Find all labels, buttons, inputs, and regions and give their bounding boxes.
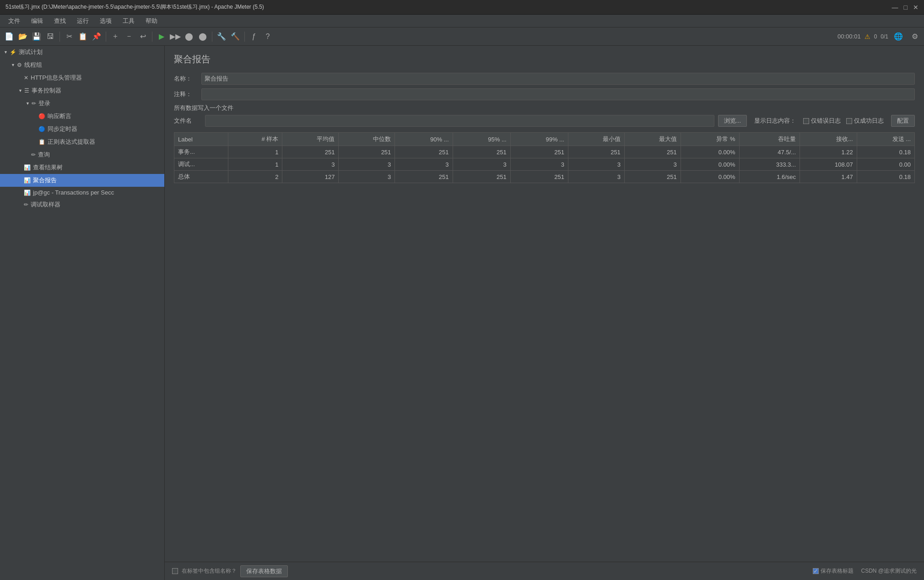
col-header-3: 中位数 bbox=[339, 133, 395, 146]
browse-button[interactable]: 浏览... bbox=[718, 115, 747, 127]
sidebar-item-query[interactable]: ✏查询 bbox=[0, 148, 164, 161]
window-controls: — □ ✕ bbox=[892, 4, 919, 11]
help-button[interactable]: ? bbox=[261, 30, 274, 43]
cell-1-5: 3 bbox=[453, 158, 510, 171]
test-plan-icon: ⚡ bbox=[10, 49, 16, 55]
remove-button[interactable]: － bbox=[123, 30, 135, 43]
window-title: 51ste练习.jmx (D:\JMeter\apache-jmeter-5.5… bbox=[5, 3, 264, 11]
query-label: 查询 bbox=[38, 151, 50, 159]
cell-0-2: 251 bbox=[282, 146, 339, 158]
sidebar-resize-handle[interactable] bbox=[162, 46, 164, 580]
undo-button[interactable]: ↩ bbox=[136, 30, 149, 43]
clear-all-button[interactable]: 🔨 bbox=[229, 30, 242, 43]
comment-row: 注释： bbox=[174, 88, 915, 100]
file-label: 文件名 bbox=[174, 117, 201, 125]
col-header-6: 99% ... bbox=[510, 133, 568, 146]
jp-gc-label: jp@gc - Transactions per Secc bbox=[33, 189, 114, 196]
cut-button[interactable]: ✂ bbox=[63, 30, 76, 43]
cell-1-8: 3 bbox=[624, 158, 681, 171]
clear-button[interactable]: 🔧 bbox=[215, 30, 228, 43]
col-header-7: 最小值 bbox=[568, 133, 624, 146]
run-count: 0/1 bbox=[881, 33, 888, 40]
cell-2-5: 251 bbox=[453, 171, 510, 183]
log-options: 仅错误日志 仅成功日志 bbox=[803, 117, 884, 125]
cell-0-4: 251 bbox=[395, 146, 453, 158]
menu-item-选项[interactable]: 选项 bbox=[95, 16, 116, 26]
view-results-icon: 📊 bbox=[24, 164, 31, 171]
sidebar-item-jp-gc[interactable]: 📊jp@gc - Transactions per Secc bbox=[0, 187, 164, 198]
save-header-checkbox[interactable]: ✓ bbox=[813, 568, 819, 574]
success-log-label: 仅成功日志 bbox=[854, 117, 884, 125]
sidebar-item-debug-sampler[interactable]: ✏调试取样器 bbox=[0, 198, 164, 211]
sidebar: ▼⚡测试计划▼⚙线程组✕HTTP信息头管理器▼☰事务控制器▼✏登录🔴响应断言🔵同… bbox=[0, 46, 165, 580]
sidebar-item-aggregate-report[interactable]: 📊聚合报告 bbox=[0, 174, 164, 187]
maximize-button[interactable]: □ bbox=[904, 4, 908, 11]
cell-0-8: 251 bbox=[624, 146, 681, 158]
success-log-checkbox[interactable] bbox=[846, 118, 852, 124]
new-button[interactable]: 📄 bbox=[3, 30, 16, 43]
menu-item-工具[interactable]: 工具 bbox=[118, 16, 139, 26]
success-log-option: 仅成功日志 bbox=[846, 117, 884, 125]
sidebar-item-regex-extractor[interactable]: 📋正则表达式提取器 bbox=[0, 136, 164, 148]
table-row: 调试...133333330.00%333.3...108.070.00 bbox=[174, 158, 915, 171]
transaction-ctrl-label: 事务控制器 bbox=[32, 87, 61, 95]
cell-0-3: 251 bbox=[339, 146, 395, 158]
cell-1-7: 3 bbox=[568, 158, 624, 171]
sidebar-item-login[interactable]: ▼✏登录 bbox=[0, 97, 164, 110]
sidebar-item-test-plan[interactable]: ▼⚡测试计划 bbox=[0, 46, 164, 59]
save-as-button[interactable]: 🖫 bbox=[44, 30, 57, 43]
copy-button[interactable]: 📋 bbox=[76, 30, 89, 43]
config-button[interactable]: 配置 bbox=[891, 115, 915, 127]
sidebar-item-assert-resp[interactable]: 🔴响应断言 bbox=[0, 110, 164, 123]
sync-timer-label: 同步定时器 bbox=[48, 125, 77, 133]
aggregate-table: Label# 样本平均值中位数90% ...95% ...99% ...最小值最… bbox=[174, 132, 915, 183]
cell-2-6: 251 bbox=[510, 171, 568, 183]
cell-0-0: 事务... bbox=[174, 146, 228, 158]
bottom-bar: 在标签中包含组名称？ 保存表格数据 ✓ 保存表格标题 CSDN @追求测试的光 bbox=[165, 562, 924, 580]
save-button[interactable]: 💾 bbox=[30, 30, 43, 43]
menu-bar: 文件编辑查找运行选项工具帮助 bbox=[0, 15, 924, 27]
save-table-data-button[interactable]: 保存表格数据 bbox=[240, 565, 288, 577]
comment-label: 注释： bbox=[174, 90, 201, 98]
stop-all-button[interactable]: ⬤ bbox=[183, 30, 195, 43]
menu-item-文件[interactable]: 文件 bbox=[4, 16, 25, 26]
bottom-left: 在标签中包含组名称？ 保存表格数据 bbox=[172, 565, 288, 577]
col-header-9: 异常 % bbox=[681, 133, 739, 146]
paste-button[interactable]: 📌 bbox=[90, 30, 103, 43]
jp-gc-icon: 📊 bbox=[24, 190, 31, 196]
run-button[interactable]: ▶ bbox=[155, 30, 168, 43]
file-row: 文件名 浏览... 显示日志内容： 仅错误日志 仅成功日志 bbox=[174, 115, 915, 127]
menu-item-编辑[interactable]: 编辑 bbox=[27, 16, 48, 26]
name-input[interactable] bbox=[201, 73, 915, 85]
include-group-checkbox[interactable] bbox=[172, 568, 178, 574]
function-button[interactable]: ƒ bbox=[248, 30, 260, 43]
menu-item-帮助[interactable]: 帮助 bbox=[141, 16, 162, 26]
test-plan-label: 测试计划 bbox=[19, 48, 43, 56]
shutdown-button[interactable]: ⬤ bbox=[196, 30, 209, 43]
add-button[interactable]: ＋ bbox=[109, 30, 122, 43]
open-button[interactable]: 📂 bbox=[16, 30, 29, 43]
debug-sampler-icon: ✏ bbox=[24, 201, 28, 208]
sidebar-item-view-results[interactable]: 📊查看结果树 bbox=[0, 161, 164, 174]
cell-2-11: 1.47 bbox=[800, 171, 857, 183]
menu-item-查找[interactable]: 查找 bbox=[49, 16, 70, 26]
regex-extractor-icon: 📋 bbox=[38, 139, 45, 145]
col-header-10: 吞吐量 bbox=[739, 133, 800, 146]
close-button[interactable]: ✕ bbox=[913, 4, 919, 11]
toolbar-buttons: 📄 📂 💾 🖫 ✂ 📋 📌 ＋ － ↩ ▶ ▶▶ ⬤ ⬤ 🔧 🔨 ƒ ? bbox=[3, 30, 274, 43]
content-area: 聚合报告 名称： 注释： 所有数据写入一个文件 文件名 浏览... 显示日志内容… bbox=[165, 46, 924, 580]
sidebar-item-sync-timer[interactable]: 🔵同步定时器 bbox=[0, 123, 164, 136]
sidebar-item-transaction-ctrl[interactable]: ▼☰事务控制器 bbox=[0, 84, 164, 97]
cell-2-1: 2 bbox=[228, 171, 282, 183]
arrow-icon: ▼ bbox=[4, 50, 8, 54]
cell-1-2: 3 bbox=[282, 158, 339, 171]
minimize-button[interactable]: — bbox=[892, 4, 898, 11]
error-log-checkbox[interactable] bbox=[803, 118, 809, 124]
sidebar-item-http-header[interactable]: ✕HTTP信息头管理器 bbox=[0, 71, 164, 84]
menu-item-运行[interactable]: 运行 bbox=[72, 16, 93, 26]
sidebar-item-thread-group[interactable]: ▼⚙线程组 bbox=[0, 59, 164, 71]
file-input[interactable] bbox=[205, 115, 714, 127]
cell-0-9: 0.00% bbox=[681, 146, 739, 158]
stop-button[interactable]: ▶▶ bbox=[169, 30, 182, 43]
comment-input[interactable] bbox=[201, 88, 915, 100]
